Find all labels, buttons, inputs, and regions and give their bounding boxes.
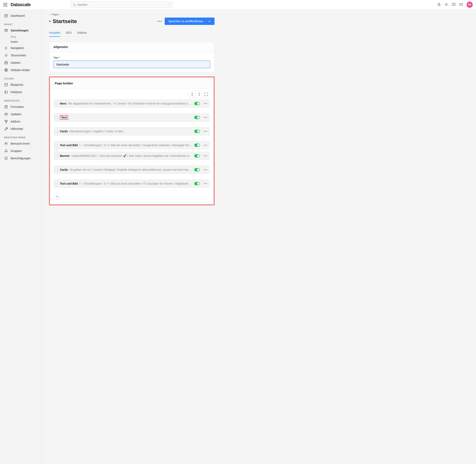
block-toggle[interactable]: [194, 116, 200, 119]
sidebar-item-sammlungen[interactable]: Sammlungen: [0, 27, 43, 34]
block-toggle[interactable]: [194, 144, 200, 147]
block-toggle[interactable]: [194, 154, 200, 157]
sidebar-item-gruppen[interactable]: Gruppen: [0, 147, 43, 155]
sidebar-item-hilfsmittel[interactable]: Hilfsmittel: [0, 125, 43, 133]
sidebar-item-updates[interactable]: Updates: [0, 110, 43, 118]
block-toggle[interactable]: [194, 182, 200, 185]
block-name: Text und Bild: [60, 182, 78, 185]
block-wrap: ⋮⋮CardsSo gehen wir vor / Unsere Fähigke…: [54, 166, 210, 174]
block-desc: /videos/899852230 / / Jetzt durchstarten…: [71, 154, 192, 157]
image-icon: [4, 61, 8, 65]
block-row[interactable]: ⋮⋮CardsDienstleistungen / angebot / Card…: [54, 127, 210, 135]
sidebar-item-taxonomien[interactable]: Taxonomien: [0, 52, 43, 59]
book-icon[interactable]: [452, 3, 456, 7]
svg-point-16: [5, 151, 6, 152]
drag-handle-icon[interactable]: ⋮⋮: [54, 141, 58, 149]
sidebar-subitem-blog[interactable]: Blog: [0, 34, 43, 39]
drag-handle-icon[interactable]: ⋮⋮: [54, 127, 58, 135]
avatar[interactable]: RE: [466, 2, 473, 8]
block-list: ⋮⋮HeroWir digitalisieren ihr Unternehmen…: [51, 99, 213, 204]
block-toggle[interactable]: [194, 168, 200, 171]
block-more-icon[interactable]: •••: [202, 168, 209, 171]
add-block-button[interactable]: +: [54, 193, 60, 200]
block-name: Cards: [60, 130, 68, 133]
sidebar-item-dateien[interactable]: Dateien: [0, 59, 43, 66]
block-desc: / ✓ Einstellungen / 3 / ✕ Bild als Kreis…: [79, 182, 193, 185]
block-more-icon[interactable]: •••: [202, 102, 209, 105]
sidebar-item-fieldsets[interactable]: Fieldsets: [0, 88, 43, 96]
panel-icon[interactable]: [459, 3, 463, 7]
block-name: Banner: [60, 154, 70, 157]
svg-rect-10: [5, 113, 8, 115]
block-row[interactable]: ⋮⋮HeroWir digitalisieren ihr Unternehmen…: [54, 99, 210, 108]
block-toggle[interactable]: [194, 102, 200, 105]
expand-all-icon[interactable]: [189, 91, 196, 97]
block-row[interactable]: ⋮⋮CardsSo gehen wir vor / Unsere Fähigke…: [54, 166, 210, 174]
gear-icon[interactable]: [445, 3, 448, 7]
block-more-icon[interactable]: •••: [202, 130, 209, 133]
title-row: Startseite ••• Speichern & veröffentlich…: [49, 18, 214, 25]
block-name: Text und Bild: [60, 144, 78, 147]
sidebar-item-benutzer[interactable]: Benutzer:innen: [0, 140, 43, 147]
block-wrap: ⋮⋮HeroWir digitalisieren ihr Unternehmen…: [54, 99, 210, 108]
topbar-actions: RE: [437, 2, 473, 8]
drag-handle-icon[interactable]: ⋮⋮: [54, 100, 58, 107]
sidebar-item-formulare[interactable]: Formulare: [0, 103, 43, 110]
svg-point-12: [7, 120, 8, 121]
block-wrap: ⋮⋮Text•••: [54, 113, 210, 122]
drag-handle-icon[interactable]: ⋮⋮: [54, 166, 58, 174]
page-actions-more[interactable]: •••: [157, 19, 162, 23]
sidebar-item-addons[interactable]: Addons: [0, 118, 43, 125]
fullscreen-icon[interactable]: [203, 91, 210, 97]
block-more-icon[interactable]: •••: [202, 182, 209, 185]
block-content: Text und Bild/ ✓ Einstellungen / 3 / ✕ B…: [58, 144, 194, 147]
sidebar-item-navigation[interactable]: Navigation: [0, 44, 43, 52]
pagebuilder-toolbar: [51, 88, 213, 99]
main-content: ‹ Pages Startseite ••• Speichern & veröf…: [43, 10, 221, 464]
block-content: Banner/videos/899852230 / / Jetzt durchs…: [58, 154, 194, 157]
tag-icon: [4, 53, 8, 57]
updates-icon: [4, 112, 8, 116]
block-row[interactable]: ⋮⋮Text•••: [54, 113, 210, 122]
menu-toggle[interactable]: [3, 3, 7, 6]
block-row[interactable]: ⋮⋮Text und Bild/ ✓ Einstellungen / 3 / ✕…: [54, 141, 210, 149]
svg-point-5: [5, 62, 6, 62]
pin-icon[interactable]: [437, 3, 441, 7]
block-more-icon[interactable]: •••: [202, 116, 209, 119]
tab-seo[interactable]: SEO: [66, 29, 72, 37]
block-content: CardsDienstleistungen / angebot / Cards:…: [58, 130, 194, 133]
topbar: Datascale / RE: [0, 0, 476, 10]
app-logo[interactable]: Datascale: [11, 2, 31, 7]
sidebar-item-dashboard[interactable]: Dashboard: [0, 12, 43, 19]
drag-handle-icon[interactable]: ⋮⋮: [54, 180, 58, 187]
sidebar-item-berechtigungen[interactable]: Berechtigungen: [0, 155, 43, 162]
breadcrumb[interactable]: ‹ Pages: [49, 13, 214, 16]
collapse-all-icon[interactable]: [196, 91, 203, 97]
blueprint-icon: [4, 83, 8, 87]
tools-icon: [4, 127, 8, 131]
block-row[interactable]: ⋮⋮Banner/videos/899852230 / / Jetzt durc…: [54, 152, 210, 160]
sidebar-subitem-seiten[interactable]: Seiten: [0, 39, 43, 44]
search-shortcut: /: [168, 3, 171, 6]
block-more-icon[interactable]: •••: [202, 144, 209, 147]
search-input[interactable]: [71, 1, 173, 8]
block-more-icon[interactable]: •••: [202, 154, 209, 157]
block-row[interactable]: ⋮⋮Text und Bild/ ✓ Einstellungen / 3 / ✕…: [54, 180, 210, 188]
addons-icon: [4, 119, 8, 124]
drag-handle-icon[interactable]: ⋮⋮: [54, 152, 58, 160]
sidebar-item-globale[interactable]: Globale Inhalte: [0, 66, 43, 74]
sidebar-item-blueprints[interactable]: Blueprints: [0, 81, 43, 88]
drag-handle-icon[interactable]: ⋮⋮: [54, 114, 58, 121]
fieldset-icon: [4, 90, 8, 94]
navigation-icon: [4, 46, 8, 50]
save-publish-button[interactable]: Speichern & veröffentlichen ↩: [165, 18, 214, 25]
tab-hauptteil[interactable]: Hauptteil: [49, 29, 60, 37]
block-toggle[interactable]: [194, 130, 200, 133]
tab-sidebar[interactable]: Sidebar: [77, 29, 87, 37]
block-name: Cards: [60, 168, 68, 171]
form-icon: [4, 105, 8, 109]
title-input[interactable]: [53, 60, 210, 68]
general-card: Allgemein Titel *: [49, 42, 214, 73]
save-dropdown-icon[interactable]: ↩: [206, 19, 211, 23]
section-werkzeuge: WERKZEUGE: [0, 96, 43, 103]
